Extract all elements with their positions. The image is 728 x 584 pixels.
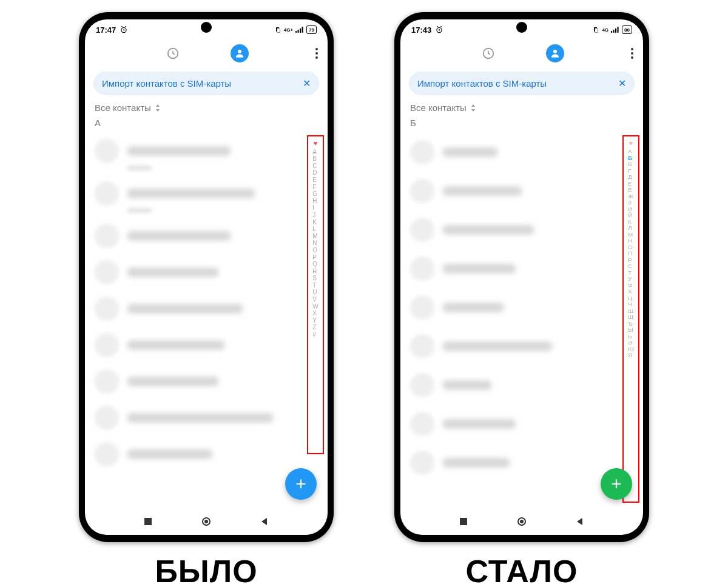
- overflow-menu[interactable]: [631, 48, 633, 59]
- scrollbar-letter[interactable]: M: [312, 233, 318, 240]
- list-item[interactable]: [85, 290, 328, 327]
- nav-home-icon[interactable]: [201, 517, 211, 526]
- scrollbar-letter[interactable]: Х: [628, 289, 634, 295]
- scrollbar-letter[interactable]: А: [628, 149, 634, 155]
- list-item[interactable]: [85, 363, 328, 400]
- nav-back-icon[interactable]: [575, 517, 585, 526]
- import-sim-chip[interactable]: Импорт контактов с SIM-карты ✕: [93, 72, 319, 95]
- close-icon[interactable]: ✕: [618, 78, 626, 89]
- scrollbar-letter[interactable]: Щ: [628, 314, 634, 320]
- scrollbar-letter[interactable]: G: [312, 191, 318, 197]
- scrollbar-letter[interactable]: Е: [628, 181, 634, 187]
- list-item[interactable]: [400, 172, 643, 210]
- scrollbar-letter[interactable]: H: [312, 198, 318, 204]
- scrollbar-letter[interactable]: М: [628, 232, 634, 238]
- scrollbar-letter[interactable]: C: [312, 163, 318, 169]
- scrollbar-letter[interactable]: И: [628, 206, 634, 212]
- scrollbar-letter[interactable]: V: [312, 297, 318, 303]
- scrollbar-letter[interactable]: E: [312, 177, 318, 183]
- add-contact-fab[interactable]: +: [601, 468, 632, 500]
- scrollbar-letter[interactable]: X: [312, 310, 318, 317]
- scrollbar-letter[interactable]: Б: [628, 155, 634, 161]
- scrollbar-letter[interactable]: S: [312, 275, 318, 281]
- list-item[interactable]: [400, 327, 643, 366]
- scrollbar-letter[interactable]: A: [312, 149, 318, 155]
- scrollbar-letter[interactable]: К: [628, 219, 634, 225]
- contacts-filter[interactable]: Все контакты: [400, 95, 643, 115]
- scrollbar-letter[interactable]: П: [628, 250, 634, 257]
- contacts-filter[interactable]: Все контакты: [85, 95, 328, 115]
- alpha-scrollbar-cyrillic[interactable]: ♥ АБВГДЕЁЖЗИЙКЛМНОПРСТУФХЦЧШЩЪЫЬЭЮЯ: [622, 135, 639, 503]
- list-item[interactable]: [85, 133, 328, 169]
- scrollbar-letter[interactable]: Р: [628, 257, 634, 263]
- list-item[interactable]: [400, 404, 643, 443]
- nav-back-icon[interactable]: [260, 517, 269, 526]
- list-item[interactable]: [400, 133, 643, 172]
- scrollbar-letter[interactable]: Y: [312, 318, 318, 324]
- scrollbar-letter[interactable]: Ь: [628, 334, 634, 340]
- contacts-list[interactable]: ♥ ABCDEFGHIJKLMNOPQRSTUVWXYZ# +: [85, 133, 328, 508]
- list-item[interactable]: [400, 288, 643, 327]
- scrollbar-letter[interactable]: F: [312, 184, 318, 190]
- scrollbar-letter[interactable]: Ж: [628, 193, 634, 200]
- scrollbar-letter[interactable]: T: [312, 283, 318, 289]
- list-item[interactable]: [85, 400, 328, 436]
- scrollbar-letter[interactable]: W: [312, 304, 318, 310]
- scrollbar-letter[interactable]: Z: [312, 324, 318, 331]
- scrollbar-letter[interactable]: P: [312, 255, 318, 261]
- tab-contacts[interactable]: [546, 44, 564, 62]
- scrollbar-letter[interactable]: L: [312, 226, 318, 232]
- scrollbar-letter[interactable]: N: [312, 240, 318, 246]
- scrollbar-letter[interactable]: Ы: [628, 327, 634, 333]
- scrollbar-letter[interactable]: Ъ: [628, 321, 634, 327]
- scrollbar-letter[interactable]: D: [312, 170, 318, 176]
- list-item[interactable]: [85, 436, 328, 472]
- scrollbar-letter[interactable]: #: [312, 332, 318, 338]
- contacts-list[interactable]: ♥ АБВГДЕЁЖЗИЙКЛМНОПРСТУФХЦЧШЩЪЫЬЭЮЯ +: [400, 133, 643, 508]
- scrollbar-letter[interactable]: Д: [628, 174, 634, 180]
- scrollbar-letter[interactable]: J: [312, 212, 318, 218]
- list-item[interactable]: [400, 366, 643, 404]
- scrollbar-letter[interactable]: B: [312, 156, 318, 162]
- scrollbar-letter[interactable]: Г: [628, 168, 634, 174]
- scrollbar-letter[interactable]: Ю: [628, 346, 634, 352]
- nav-home-icon[interactable]: [517, 517, 527, 526]
- scrollbar-letter[interactable]: Э: [628, 340, 634, 346]
- scrollbar-letter[interactable]: З: [628, 200, 634, 206]
- list-item[interactable]: [85, 254, 328, 290]
- scrollbar-letter[interactable]: Н: [628, 238, 634, 244]
- heart-icon[interactable]: ♥: [629, 140, 633, 147]
- tab-recents[interactable]: [479, 44, 497, 62]
- scrollbar-letter[interactable]: U: [312, 289, 318, 295]
- tab-recents[interactable]: [164, 44, 182, 62]
- scrollbar-letter[interactable]: Л: [628, 225, 634, 231]
- list-item[interactable]: [85, 218, 328, 254]
- heart-icon[interactable]: ♥: [314, 140, 318, 147]
- nav-recent-icon[interactable]: [143, 517, 153, 526]
- close-icon[interactable]: ✕: [303, 78, 311, 89]
- alpha-scrollbar-latin[interactable]: ♥ ABCDEFGHIJKLMNOPQRSTUVWXYZ#: [307, 135, 324, 454]
- import-sim-chip[interactable]: Импорт контактов с SIM-карты ✕: [409, 72, 635, 95]
- add-contact-fab[interactable]: +: [285, 468, 317, 500]
- scrollbar-letter[interactable]: Q: [312, 261, 318, 267]
- list-item[interactable]: [85, 175, 328, 212]
- scrollbar-letter[interactable]: У: [628, 276, 634, 282]
- scrollbar-letter[interactable]: В: [628, 161, 634, 167]
- scrollbar-letter[interactable]: Ё: [628, 187, 634, 193]
- scrollbar-letter[interactable]: Я: [628, 352, 634, 358]
- scrollbar-letter[interactable]: Й: [628, 212, 634, 218]
- list-item[interactable]: [85, 327, 328, 363]
- overflow-menu[interactable]: [315, 48, 318, 59]
- scrollbar-letter[interactable]: О: [628, 244, 634, 250]
- nav-recent-icon[interactable]: [459, 517, 468, 526]
- scrollbar-letter[interactable]: O: [312, 247, 318, 253]
- scrollbar-letter[interactable]: R: [312, 269, 318, 275]
- scrollbar-letter[interactable]: I: [312, 205, 318, 211]
- scrollbar-letter[interactable]: С: [628, 263, 634, 269]
- scrollbar-letter[interactable]: K: [312, 220, 318, 226]
- list-item[interactable]: [400, 249, 643, 288]
- tab-contacts[interactable]: [231, 44, 249, 62]
- scrollbar-letter[interactable]: Т: [628, 270, 634, 276]
- scrollbar-letter[interactable]: Ц: [628, 295, 634, 301]
- list-item[interactable]: [400, 210, 643, 249]
